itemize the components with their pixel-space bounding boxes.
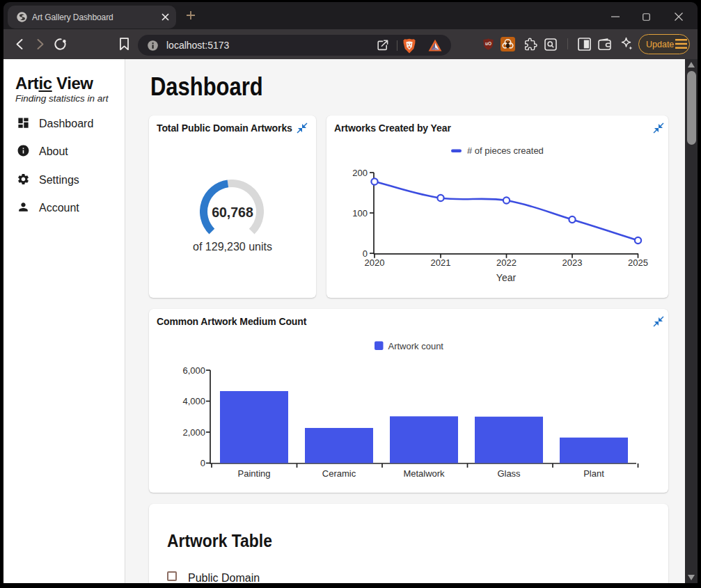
svg-text:2021: 2021	[431, 257, 451, 268]
svg-text:Ceramic: Ceramic	[322, 468, 356, 479]
svg-text:# of pieces created: # of pieces created	[467, 145, 544, 156]
svg-text:2023: 2023	[562, 257, 583, 268]
svg-text:2020: 2020	[365, 257, 385, 268]
svg-text:2025: 2025	[628, 257, 648, 268]
svg-text:Plant: Plant	[583, 468, 604, 479]
svg-text:Glass: Glass	[497, 468, 521, 479]
svg-text:uO: uO	[485, 41, 491, 46]
svg-text:Metalwork: Metalwork	[403, 468, 445, 479]
svg-text:Artwork count: Artwork count	[388, 341, 444, 351]
svg-text:200: 200	[352, 168, 368, 178]
svg-text:6,000: 6,000	[182, 365, 205, 376]
svg-text:0: 0	[200, 458, 205, 468]
svg-text:100: 100	[352, 208, 368, 218]
svg-text:2022: 2022	[496, 257, 517, 268]
svg-text:2,000: 2,000	[182, 427, 205, 438]
svg-text:Painting: Painting	[238, 468, 271, 479]
svg-text:Year: Year	[496, 272, 517, 283]
svg-text:4,000: 4,000	[182, 396, 205, 406]
